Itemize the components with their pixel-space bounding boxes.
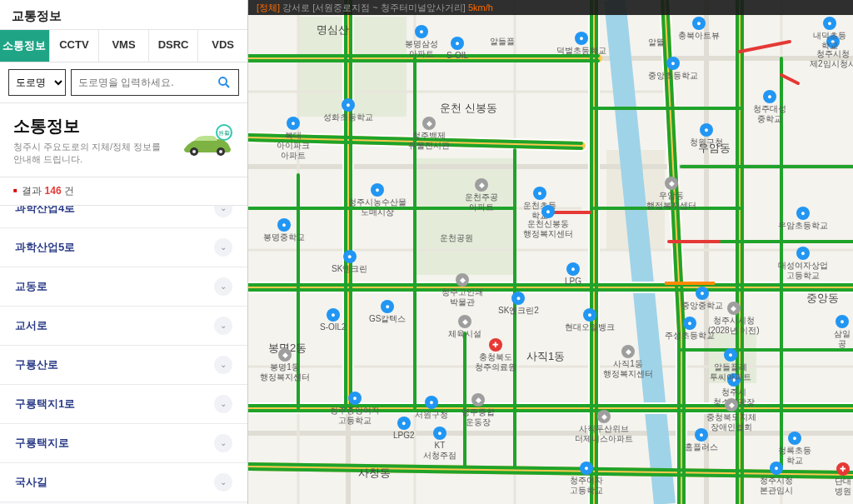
svg-line-1 [226, 84, 229, 87]
tab-dsrc[interactable]: DSRC [149, 30, 199, 62]
search-button[interactable] [210, 70, 238, 95]
sidebar: 교통정보 소통정보 CCTV VMS DSRC VDS 도로명 소통정보 청주시… [0, 0, 248, 504]
search-box [71, 69, 239, 96]
chevron-down-icon: ⌄ [214, 395, 232, 413]
road-name: 국사길 [15, 475, 47, 490]
search-row: 도로명 [0, 62, 247, 103]
road-item[interactable]: 구룡택지1로⌄ [0, 385, 247, 424]
chevron-down-icon: ⌄ [214, 434, 232, 452]
tab-vms[interactable]: VMS [99, 30, 149, 62]
svg-text:원활: 원활 [218, 130, 230, 136]
svg-rect-10 [415, 158, 515, 275]
tab-cctv[interactable]: CCTV [50, 30, 100, 62]
search-type-select[interactable]: 도로명 [8, 69, 66, 96]
tab-traffic-info[interactable]: 소통정보 [0, 30, 50, 62]
road-name: 과학산업5로 [15, 240, 75, 255]
road-name: 교동로 [15, 279, 47, 294]
road-item[interactable]: 교서로⌄ [0, 307, 247, 346]
road-list[interactable]: 과학산업4로⌄ 과학산업5로⌄ 교동로⌄ 교서로⌄ 구룡산로⌄ 구룡택지1로⌄ … [0, 206, 247, 504]
road-name: 구룡택지1로 [15, 397, 75, 412]
road-item[interactable]: 교동로⌄ [0, 267, 247, 307]
section-title: 소통정보 [13, 115, 176, 137]
road-name: 구룡택지로 [15, 436, 69, 451]
svg-rect-12 [706, 333, 756, 383]
svg-point-5 [192, 150, 196, 153]
sidebar-title: 교통정보 [0, 0, 247, 30]
search-input[interactable] [72, 77, 210, 88]
section-desc: 청주시 주요도로의 지체/정체 정보를 안내해 드립니다. [13, 141, 176, 167]
road-item[interactable]: 과학산업4로⌄ [0, 206, 247, 228]
road-item[interactable]: 구룡택지로⌄ [0, 424, 247, 463]
chevron-down-icon: ⌄ [214, 473, 232, 492]
chevron-down-icon: ⌄ [214, 317, 232, 335]
svg-point-0 [219, 77, 227, 85]
car-icon: 원활 [182, 124, 234, 157]
traffic-ticker: [정체] 강서로 [서원중로지점 ~ 청주터미널앞사거리] 5km/h [248, 0, 853, 15]
road-name: 구룡산로 [15, 357, 58, 372]
road-item[interactable]: 과학산업5로⌄ [0, 228, 247, 267]
road-item[interactable]: 구룡산로⌄ [0, 346, 247, 385]
road-name: 과학산업4로 [15, 206, 75, 216]
chevron-down-icon: ⌄ [214, 238, 232, 257]
map-roads [248, 0, 853, 504]
tab-bar: 소통정보 CCTV VMS DSRC VDS [0, 30, 247, 62]
tab-vds[interactable]: VDS [198, 30, 247, 62]
svg-point-7 [219, 150, 222, 153]
search-icon [217, 75, 232, 90]
road-name: 교서로 [15, 318, 47, 333]
chevron-down-icon: ⌄ [214, 277, 232, 296]
chevron-down-icon: ⌄ [214, 356, 232, 374]
result-count: ■ 결과 146 건 [0, 177, 247, 206]
chevron-down-icon: ⌄ [214, 206, 232, 217]
road-item[interactable]: 국사길⌄ [0, 463, 247, 502]
section-header: 소통정보 청주시 주요도로의 지체/정체 정보를 안내해 드립니다. 원활 [0, 103, 247, 177]
map[interactable]: [정체] 강서로 [서원중로지점 ~ 청주터미널앞사거리] 5km/h [248, 0, 853, 504]
